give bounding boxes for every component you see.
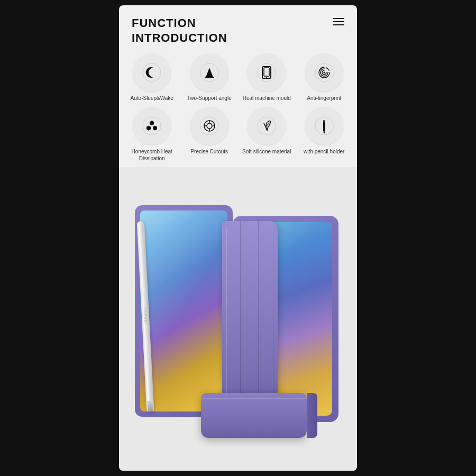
svg-rect-25 xyxy=(323,120,325,122)
pencil-icon xyxy=(314,116,334,136)
feature-icon-circle-honeycomb xyxy=(133,107,171,145)
feature-label-honeycomb: Honeycomb Heat Dissipation xyxy=(124,148,180,162)
feature-auto-sleep: Auto-Sleep&Wake xyxy=(124,53,180,102)
tablet-scene: HUAWEI xyxy=(132,205,344,433)
svg-point-16 xyxy=(207,123,212,129)
page-title: FUNCTION INTRODUCTION xyxy=(132,16,227,45)
moon-icon xyxy=(142,62,162,83)
svg-point-7 xyxy=(266,77,267,78)
product-area: HUAWEI xyxy=(119,167,357,471)
feature-honeycomb: Honeycomb Heat Dissipation xyxy=(124,107,180,162)
feature-pencil-holder: with pencil holder xyxy=(297,107,352,162)
feature-icon-circle-two-support xyxy=(190,53,228,91)
features-grid: Auto-Sleep&Wake Two-Support angle xyxy=(119,50,357,167)
phone-frame: FUNCTION INTRODUCTION Auto-Sleep&Wake xyxy=(119,5,357,471)
svg-point-0 xyxy=(143,63,161,81)
case-bottom xyxy=(201,393,307,438)
svg-point-9 xyxy=(323,72,325,74)
crosshair-icon xyxy=(199,116,219,136)
feature-label-auto-sleep: Auto-Sleep&Wake xyxy=(131,95,173,102)
feature-real-machine: Real machine mould xyxy=(239,53,295,102)
svg-marker-11 xyxy=(150,121,154,125)
tablet-front-screen xyxy=(140,210,227,411)
fingerprint-icon xyxy=(314,62,334,83)
tablet-outline-icon xyxy=(257,62,277,83)
menu-button[interactable] xyxy=(333,18,344,25)
stylus-brand-text: HUAWEI xyxy=(143,308,148,324)
feature-icon-circle-real-machine xyxy=(248,53,286,91)
feature-soft-silicone: Soft silicone material xyxy=(239,107,295,162)
feature-icon-circle-anti-fingerprint xyxy=(305,53,343,91)
feature-label-soft-silicone: Soft silicone material xyxy=(242,148,291,155)
case-cover xyxy=(222,221,278,411)
feather-icon xyxy=(257,116,277,136)
svg-point-14 xyxy=(200,117,218,135)
feature-label-precise-cutouts: Precise Cutouts xyxy=(190,148,228,155)
feature-label-real-machine: Real machine mould xyxy=(243,95,291,102)
svg-marker-12 xyxy=(147,126,151,131)
triangle-angle-icon xyxy=(199,62,219,83)
svg-point-10 xyxy=(143,117,161,135)
feature-precise-cutouts: Precise Cutouts xyxy=(182,107,237,162)
svg-marker-3 xyxy=(206,68,213,77)
feature-label-pencil-holder: with pencil holder xyxy=(304,148,344,155)
honeycomb-icon xyxy=(142,116,162,136)
svg-marker-13 xyxy=(153,126,157,131)
feature-icon-circle-soft-silicone xyxy=(248,107,286,145)
feature-label-anti-fingerprint: Anti-fingerprint xyxy=(307,95,341,102)
feature-icon-circle-auto-sleep xyxy=(133,53,171,91)
feature-two-support: Two-Support angle xyxy=(182,53,237,102)
svg-marker-24 xyxy=(323,132,325,134)
header: FUNCTION INTRODUCTION xyxy=(119,5,357,50)
svg-rect-6 xyxy=(264,68,269,76)
svg-rect-23 xyxy=(323,120,325,132)
feature-anti-fingerprint: Anti-fingerprint xyxy=(297,53,352,102)
feature-icon-circle-precise-cutouts xyxy=(190,107,228,145)
feature-label-two-support: Two-Support angle xyxy=(187,95,232,102)
feature-icon-circle-pencil-holder xyxy=(305,107,343,145)
